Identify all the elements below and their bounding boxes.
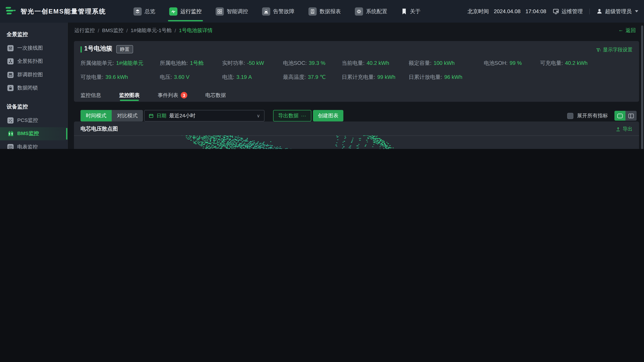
event-count-badge: 3 [181,92,187,98]
calendar-icon [149,113,154,118]
upload-icon [616,127,620,131]
mode-segmented-control: 时间模式 对比模式 [80,110,143,121]
alarm-icon [262,7,270,15]
chevron-down-icon [635,10,638,12]
field-rated-capacity: 额定容量:100 kWh [408,59,454,67]
expand-all-checkbox[interactable] [567,113,573,119]
clock-timezone: 北京时间 [468,7,489,15]
nav-label: 告警故障 [273,7,294,15]
title-accent-bar [80,46,82,52]
tab-event-list[interactable]: 事件列表3 [158,89,187,102]
lock-icon [8,85,14,91]
user-name: 超级管理员 [605,7,632,15]
time-mode-button[interactable]: 时间模式 [80,110,112,121]
field-owning-cabin: 所属电池舱:1号舱 [160,59,204,67]
back-arrow-icon: ← [618,27,624,34]
nav-item-data-report[interactable]: 数据报表 [308,0,341,23]
sidebar-item-pcs[interactable]: PCS监控 [0,114,68,127]
nav-label: 关于 [410,7,420,15]
create-chart-button[interactable]: 创建图表 [313,110,344,121]
display-field-settings-button[interactable]: 显示字段设置 [596,46,632,53]
field-daily-charge: 日累计充电量:99 kWh [342,73,396,81]
nav-label: 智能调控 [227,7,248,15]
clock-date: 2024.04.08 [494,8,520,14]
field-owning-unit: 所属储能单元:1#储能单元 [80,59,143,67]
expand-all-metrics-control: 展开所有指标 [567,112,608,119]
field-dischargeable: 可放电量:39.6 kWh [80,73,128,81]
field-soh: 电池SOH:99 % [484,59,522,67]
field-chargeable: 可充电量:40.2 kWh [540,59,588,67]
ops-management-link[interactable]: 运维管理 [553,7,583,15]
cluster-control-icon [8,72,14,78]
expand-all-label: 展开所有指标 [577,112,608,119]
gear-icon [355,7,363,15]
user-avatar-icon [596,8,602,14]
compare-mode-button[interactable]: 对比模式 [112,110,143,121]
voltage-scatter-card: 电芯电压散点图 导出 4V 3V 电压（V） 电芯（编号） [74,121,639,149]
bms-battery-icon [8,131,14,137]
field-voltage: 电压:3.60 V [160,73,190,81]
filter-icon [596,47,601,52]
smart-dispatch-icon [216,7,224,15]
bookmark-icon [401,8,407,14]
single-column-layout-button[interactable] [614,111,626,121]
logo-icon [6,6,18,17]
sidebar-item-meter[interactable]: 电表监控 [0,140,68,149]
topology-icon [8,58,14,64]
layout-toggle [614,111,636,121]
tab-monitor-info[interactable]: 监控信息 [80,89,101,102]
nav-item-smart-dispatch[interactable]: 智能调控 [216,0,248,23]
divider [590,8,590,14]
field-current-energy: 当前电量:40.2 kWh [342,59,389,67]
date-range-select[interactable]: 日期 最近24小时 ∨ [144,110,264,121]
sidebar: 全景监控 一次接线图 全景拓扑图 群调群控图 数据闭锁 设备监控 PCS监控 B… [0,23,68,149]
more-dots-icon: ··· [301,113,306,118]
export-data-button[interactable]: 导出数据 ··· [273,110,311,121]
breadcrumb-item[interactable]: 1#储能单元-1号舱 [131,27,172,34]
date-value: 最近24小时 [169,112,195,119]
sidebar-item-bms[interactable]: BMS监控 [0,127,68,140]
nav-label: 总览 [145,7,155,15]
breadcrumb-item[interactable]: 运行监控 [74,27,95,34]
voltage-scatter3d-canvas[interactable] [74,135,639,149]
sidebar-item-data-lock[interactable]: 数据闭锁 [0,81,68,95]
pcs-icon [8,117,14,123]
field-soc: 电池SOC:39.3 % [283,59,326,67]
chevron-down-icon: ∨ [257,113,260,118]
chart-export-button[interactable]: 导出 [616,126,632,133]
clock: 北京时间 2024.04.08 17:04:08 [468,7,546,15]
nav-item-system-config[interactable]: 系统配置 [355,0,387,23]
main-nav: 总览 运行监控 智能调控 告警故障 [134,0,420,23]
clock-time: 17:04:08 [526,8,546,14]
ems-app-window: 智光一创EMS能量管理系统 总览 运行监控 智能调控 [0,0,644,149]
nav-item-overview[interactable]: 总览 [134,0,155,23]
field-realtime-power: 实时功率:-50 kW [222,59,264,67]
top-bar-right: 北京时间 2024.04.08 17:04:08 运维管理 超级管理员 [468,0,638,23]
breadcrumb: 运行监控 / BMS监控 / 1#储能单元-1号舱 / 1号电池簇详情 [74,27,212,34]
sidebar-item-primary-wiring[interactable]: 一次接线图 [0,41,68,55]
user-menu[interactable]: 超级管理员 [596,7,638,15]
layout-split-icon [628,113,634,118]
chart-title: 电芯电压散点图 [80,125,118,133]
ops-label: 运维管理 [561,7,583,15]
nav-label: 数据报表 [320,7,341,15]
tab-cell-data[interactable]: 电芯数据 [205,89,226,102]
sidebar-item-topology[interactable]: 全景拓扑图 [0,55,68,68]
top-bar: 智光一创EMS能量管理系统 总览 运行监控 智能调控 [0,0,644,23]
breadcrumb-item[interactable]: BMS监控 [102,27,124,34]
battery-cluster-summary-card: 1号电池簇 静置 显示字段设置 所属储能单元:1#储能单元 所属电池舱:1号舱 … [74,41,639,102]
report-icon [308,7,317,15]
status-badge: 静置 [116,45,133,53]
date-label: 日期 [156,112,166,119]
field-daily-discharge: 日累计放电量:96 kWh [408,73,462,81]
nav-item-alarm-fault[interactable]: 告警故障 [262,0,294,23]
sidebar-item-cluster-control[interactable]: 群调群控图 [0,68,68,81]
nav-item-about[interactable]: 关于 [401,0,420,23]
nav-item-run-monitoring[interactable]: 运行监控 [169,0,202,23]
back-button[interactable]: ← 返回 [618,27,636,34]
page-scrollbar[interactable] [641,25,643,149]
nav-label: 运行监控 [180,7,202,15]
tab-monitor-charts[interactable]: 监控图表 [119,89,140,102]
split-layout-button[interactable] [626,111,637,121]
wiring-diagram-icon [8,45,14,51]
